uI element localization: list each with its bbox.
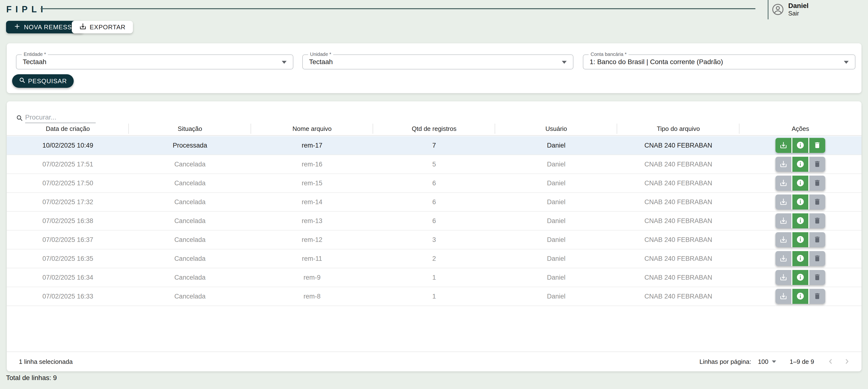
user-menu: Daniel Sair: [788, 2, 809, 17]
topbar-vertical-divider: [768, 0, 769, 19]
info-button[interactable]: [793, 213, 808, 228]
table-row[interactable]: 07/02/2025 16:33 Cancelada rem-8 1 Danie…: [7, 287, 862, 306]
search-button-label: PESQUISAR: [28, 77, 67, 85]
download-button[interactable]: [775, 138, 792, 153]
download-button[interactable]: [775, 194, 792, 210]
entity-label: Entidade *: [22, 52, 48, 57]
cell-user: Daniel: [495, 268, 617, 287]
info-icon: [796, 217, 804, 225]
cell-records: 6: [373, 193, 495, 211]
table-header: Data de criação Situação Nome arquivo Qt…: [7, 122, 862, 136]
table-row[interactable]: 07/02/2025 16:38 Cancelada rem-13 6 Dani…: [7, 212, 862, 230]
table-row[interactable]: 07/02/2025 17:32 Cancelada rem-14 6 Dani…: [7, 193, 862, 212]
table-row[interactable]: 07/02/2025 16:37 Cancelada rem-12 3 Dani…: [7, 230, 862, 249]
cell-records: 6: [373, 174, 495, 192]
delete-button[interactable]: [809, 251, 825, 266]
info-button[interactable]: [793, 270, 808, 285]
table-row[interactable]: 07/02/2025 16:34 Cancelada rem-9 1 Danie…: [7, 268, 862, 287]
column-header-created[interactable]: Data de criação: [7, 122, 129, 135]
delete-button[interactable]: [809, 138, 825, 153]
delete-button[interactable]: [809, 270, 825, 285]
info-button[interactable]: [793, 157, 808, 172]
cell-created: 07/02/2025 17:32: [7, 193, 129, 211]
delete-button[interactable]: [809, 289, 825, 304]
download-button[interactable]: [775, 251, 792, 266]
download-button[interactable]: [775, 213, 792, 228]
table-row[interactable]: 10/02/2025 10:49 Processada rem-17 7 Dan…: [7, 136, 862, 155]
filter-card: Entidade * Tectaah Unidade * Tectaah Con…: [7, 43, 862, 93]
pagination-range: 1–9 de 9: [790, 358, 814, 365]
column-header-file-type[interactable]: Tipo do arquivo: [617, 122, 739, 135]
plus-icon: [13, 23, 21, 32]
cell-records: 3: [373, 230, 495, 249]
unit-select[interactable]: Unidade * Tectaah: [302, 54, 574, 70]
table-search-input[interactable]: [25, 112, 96, 123]
info-button[interactable]: [793, 251, 808, 266]
table-row[interactable]: 07/02/2025 17:51 Cancelada rem-16 5 Dani…: [7, 155, 862, 174]
trash-icon: [813, 217, 821, 225]
info-button[interactable]: [793, 194, 808, 210]
bank-account-select[interactable]: Conta bancária * 1: Banco do Brasil | Co…: [583, 54, 856, 70]
logout-link[interactable]: Sair: [788, 10, 809, 17]
chevron-right-icon: [843, 362, 851, 366]
table-row[interactable]: 07/02/2025 16:35 Cancelada rem-11 2 Dani…: [7, 249, 862, 268]
info-icon: [796, 198, 804, 206]
info-icon: [796, 160, 804, 169]
cell-status: Cancelada: [129, 212, 251, 230]
trash-icon: [813, 141, 821, 150]
bank-account-label: Conta bancária *: [589, 52, 628, 57]
cell-user: Daniel: [495, 193, 617, 211]
entity-select[interactable]: Entidade * Tectaah: [16, 54, 293, 70]
cell-actions: [739, 287, 862, 306]
column-header-status[interactable]: Situação: [129, 122, 251, 135]
cell-filename: rem-9: [251, 268, 373, 287]
delete-button[interactable]: [809, 232, 825, 247]
cell-created: 07/02/2025 17:50: [7, 174, 129, 192]
download-button[interactable]: [775, 270, 792, 285]
info-icon: [796, 273, 804, 282]
download-icon: [779, 235, 787, 244]
column-header-records[interactable]: Qtd de registros: [373, 122, 495, 135]
info-button[interactable]: [793, 138, 808, 153]
download-button[interactable]: [775, 232, 792, 247]
next-page-button[interactable]: [843, 358, 851, 366]
table-body: 10/02/2025 10:49 Processada rem-17 7 Dan…: [7, 136, 862, 306]
download-icon: [779, 292, 787, 301]
export-button[interactable]: EXPORTAR: [72, 21, 133, 33]
delete-button[interactable]: [809, 157, 825, 172]
download-button[interactable]: [775, 157, 792, 172]
table-row[interactable]: 07/02/2025 17:50 Cancelada rem-15 6 Dani…: [7, 174, 862, 193]
previous-page-button[interactable]: [827, 358, 834, 366]
cell-actions: [739, 230, 862, 249]
cell-filename: rem-16: [251, 155, 373, 173]
cell-actions: [739, 249, 862, 268]
cell-file-type: CNAB 240 FEBRABAN: [617, 155, 739, 173]
cell-status: Cancelada: [129, 174, 251, 192]
download-button[interactable]: [775, 289, 792, 304]
cell-filename: rem-11: [251, 249, 373, 268]
cell-created: 07/02/2025 16:38: [7, 212, 129, 230]
delete-button[interactable]: [809, 213, 825, 228]
download-button[interactable]: [775, 176, 792, 191]
info-button[interactable]: [793, 289, 808, 304]
delete-button[interactable]: [809, 176, 825, 191]
delete-button[interactable]: [809, 194, 825, 210]
download-icon: [779, 160, 787, 169]
column-header-user[interactable]: Usuário: [495, 122, 617, 135]
row-actions: [775, 138, 825, 153]
cell-actions: [739, 174, 862, 192]
search-button[interactable]: PESQUISAR: [12, 74, 74, 88]
info-icon: [796, 141, 804, 150]
cell-file-type: CNAB 240 FEBRABAN: [617, 212, 739, 230]
cell-file-type: CNAB 240 FEBRABAN: [617, 193, 739, 211]
person-circle-icon[interactable]: [772, 3, 784, 16]
row-actions: [775, 213, 825, 228]
info-button[interactable]: [793, 232, 808, 247]
column-header-filename[interactable]: Nome arquivo: [251, 122, 373, 135]
cell-user: Daniel: [495, 212, 617, 230]
cell-status: Cancelada: [129, 268, 251, 287]
cell-actions: [739, 136, 862, 155]
info-button[interactable]: [793, 176, 808, 191]
cell-filename: rem-13: [251, 212, 373, 230]
rows-per-page-select[interactable]: 100: [758, 358, 776, 365]
